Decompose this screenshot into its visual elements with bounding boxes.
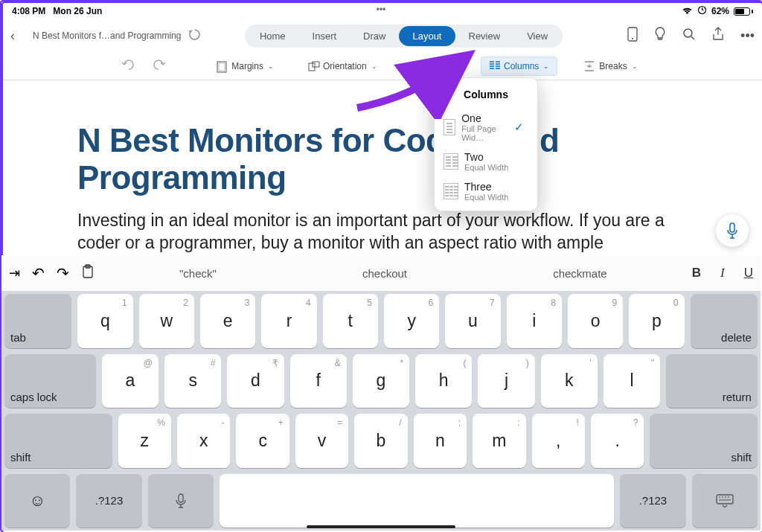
kbd-indent-icon[interactable]: ⇥: [9, 265, 20, 281]
mobile-view-icon[interactable]: [627, 27, 638, 45]
key-tab[interactable]: tab: [4, 294, 71, 348]
key-emoji[interactable]: ☺: [4, 474, 70, 528]
columns-option-one[interactable]: One Full Page Wid… ✓: [435, 108, 537, 147]
tab-draw[interactable]: Draw: [350, 26, 399, 46]
wifi-icon: [682, 6, 693, 17]
key-delete[interactable]: delete: [691, 294, 758, 348]
key-w[interactable]: w2: [139, 294, 194, 348]
key-,[interactable]: ,!: [532, 414, 585, 468]
popup-title: Columns: [435, 84, 537, 108]
status-date: Mon 26 Jun: [53, 6, 102, 16]
key-y[interactable]: y6: [384, 294, 439, 348]
columns-button[interactable]: Columns⌄: [481, 57, 557, 76]
suggestion-3[interactable]: checkmate: [553, 267, 607, 280]
columns-option-three[interactable]: Three Equal Width: [435, 176, 537, 206]
key-return[interactable]: return: [666, 354, 758, 408]
sync-icon[interactable]: [188, 28, 201, 43]
share-icon[interactable]: [712, 27, 724, 45]
key-r[interactable]: r4: [261, 294, 316, 348]
key-capslock[interactable]: caps lock: [4, 354, 96, 408]
orientation-label: Orientation: [323, 61, 367, 71]
margins-button[interactable]: Margins⌄: [209, 57, 281, 75]
key-q[interactable]: q1: [77, 294, 132, 348]
svg-rect-10: [413, 62, 420, 72]
search-icon[interactable]: [682, 28, 696, 45]
key-o[interactable]: o9: [568, 294, 623, 348]
svg-line-5: [691, 36, 694, 39]
suggestion-1[interactable]: "check": [179, 267, 217, 280]
one-label: One: [461, 112, 508, 124]
tab-layout[interactable]: Layout: [399, 26, 455, 46]
size-button[interactable]: Size⌄: [404, 57, 461, 75]
key-h[interactable]: h(: [415, 354, 472, 408]
key-space[interactable]: [220, 474, 614, 528]
key-.[interactable]: .?: [591, 414, 644, 468]
key-x[interactable]: x-: [177, 414, 230, 468]
key-numsym-left[interactable]: .?123: [76, 474, 141, 528]
key-shift-right[interactable]: shift: [650, 414, 758, 468]
more-icon[interactable]: •••: [740, 28, 755, 44]
key-t[interactable]: t5: [323, 294, 378, 348]
key-g[interactable]: g*: [353, 354, 409, 408]
key-a[interactable]: a@: [102, 354, 159, 408]
tab-review[interactable]: Review: [455, 26, 514, 46]
key-j[interactable]: j): [478, 354, 534, 408]
status-time: 4:08 PM: [12, 6, 45, 16]
key-u[interactable]: u7: [445, 294, 500, 348]
svg-rect-7: [219, 63, 225, 71]
columns-label: Columns: [504, 61, 539, 71]
key-n[interactable]: n;: [414, 414, 467, 468]
dictation-button[interactable]: [716, 214, 749, 247]
key-shift-left[interactable]: shift: [4, 414, 112, 468]
key-hide-keyboard[interactable]: [692, 474, 758, 528]
document-title[interactable]: N Best Monitors f…and Programming: [33, 31, 181, 41]
check-icon: ✓: [514, 121, 524, 134]
suggestion-2[interactable]: checkout: [362, 267, 407, 280]
tab-home[interactable]: Home: [246, 26, 299, 46]
key-l[interactable]: l": [603, 354, 660, 408]
orientation-lock-icon: [697, 5, 707, 17]
underline-button[interactable]: U: [744, 266, 753, 281]
key-mic[interactable]: [148, 474, 214, 528]
lightbulb-icon[interactable]: [654, 27, 666, 45]
three-label: Three: [464, 181, 508, 193]
orientation-button[interactable]: Orientation⌄: [301, 57, 385, 75]
breaks-button[interactable]: Breaks⌄: [577, 57, 644, 75]
three-sub: Equal Width: [464, 193, 508, 202]
key-c[interactable]: c+: [236, 414, 289, 468]
svg-rect-9: [313, 62, 319, 67]
key-numsym-right[interactable]: .?123: [620, 474, 685, 528]
home-indicator[interactable]: [307, 525, 455, 528]
key-b[interactable]: b/: [354, 414, 407, 468]
bold-button[interactable]: B: [692, 266, 701, 281]
italic-button[interactable]: I: [720, 266, 725, 281]
margins-label: Margins: [231, 61, 263, 71]
key-f[interactable]: f&: [290, 354, 347, 408]
kbd-undo-icon[interactable]: ↶: [32, 264, 45, 282]
kbd-clipboard-icon[interactable]: [81, 264, 95, 282]
key-z[interactable]: z%: [118, 414, 171, 468]
battery-icon: [734, 7, 753, 16]
key-k[interactable]: k': [541, 354, 598, 408]
margins-icon: [217, 61, 227, 71]
svg-point-2: [632, 38, 633, 39]
key-s[interactable]: s#: [164, 354, 221, 408]
key-p[interactable]: p0: [629, 294, 684, 348]
key-d[interactable]: d₹: [227, 354, 284, 408]
battery-percent: 62%: [711, 6, 729, 16]
svg-rect-11: [730, 223, 734, 232]
back-button[interactable]: ‹: [10, 28, 25, 44]
redo-icon[interactable]: [151, 58, 167, 74]
key-v[interactable]: v=: [295, 414, 348, 468]
columns-icon: [489, 61, 499, 71]
two-column-icon: [444, 153, 458, 170]
document-heading[interactable]: N Best Monitors for Coding and Programmi…: [77, 122, 688, 196]
tab-insert[interactable]: Insert: [299, 26, 350, 46]
undo-icon[interactable]: [120, 58, 136, 74]
key-e[interactable]: e3: [200, 294, 255, 348]
key-m[interactable]: m:: [473, 414, 525, 468]
columns-option-two[interactable]: Two Equal Width: [435, 147, 537, 176]
tab-view[interactable]: View: [513, 26, 561, 46]
key-i[interactable]: i8: [507, 294, 562, 348]
kbd-redo-icon[interactable]: ↷: [57, 264, 69, 282]
